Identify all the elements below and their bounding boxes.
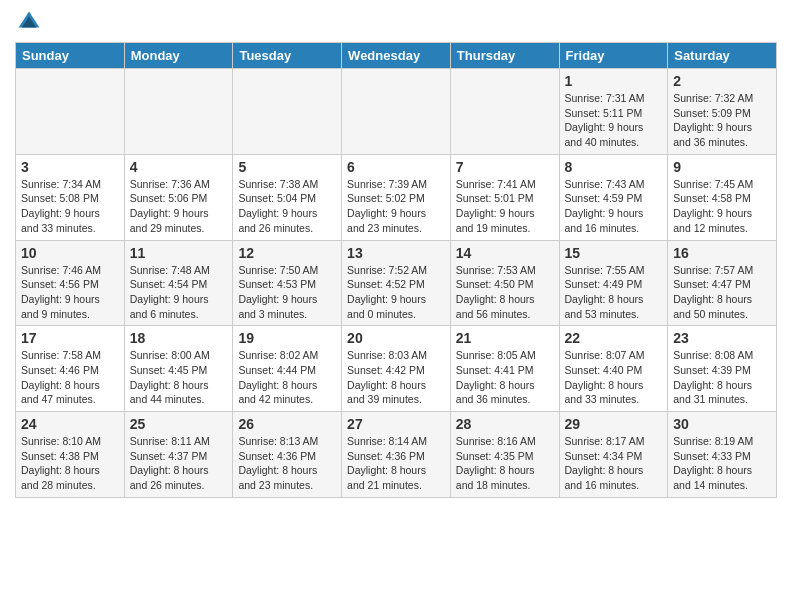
day-number: 7 xyxy=(456,159,554,175)
day-info: Sunrise: 7:45 AM Sunset: 4:58 PM Dayligh… xyxy=(673,177,771,236)
day-number: 23 xyxy=(673,330,771,346)
day-info: Sunrise: 7:36 AM Sunset: 5:06 PM Dayligh… xyxy=(130,177,228,236)
col-header-thursday: Thursday xyxy=(450,43,559,69)
day-info: Sunrise: 8:13 AM Sunset: 4:36 PM Dayligh… xyxy=(238,434,336,493)
day-cell: 21Sunrise: 8:05 AM Sunset: 4:41 PM Dayli… xyxy=(450,326,559,412)
day-info: Sunrise: 7:57 AM Sunset: 4:47 PM Dayligh… xyxy=(673,263,771,322)
day-info: Sunrise: 8:17 AM Sunset: 4:34 PM Dayligh… xyxy=(565,434,663,493)
day-info: Sunrise: 8:14 AM Sunset: 4:36 PM Dayligh… xyxy=(347,434,445,493)
day-number: 14 xyxy=(456,245,554,261)
day-cell: 11Sunrise: 7:48 AM Sunset: 4:54 PM Dayli… xyxy=(124,240,233,326)
day-number: 6 xyxy=(347,159,445,175)
day-info: Sunrise: 8:10 AM Sunset: 4:38 PM Dayligh… xyxy=(21,434,119,493)
day-number: 19 xyxy=(238,330,336,346)
day-cell: 26Sunrise: 8:13 AM Sunset: 4:36 PM Dayli… xyxy=(233,412,342,498)
day-number: 8 xyxy=(565,159,663,175)
calendar-table: SundayMondayTuesdayWednesdayThursdayFrid… xyxy=(15,42,777,498)
week-row-4: 17Sunrise: 7:58 AM Sunset: 4:46 PM Dayli… xyxy=(16,326,777,412)
day-info: Sunrise: 7:39 AM Sunset: 5:02 PM Dayligh… xyxy=(347,177,445,236)
day-info: Sunrise: 7:55 AM Sunset: 4:49 PM Dayligh… xyxy=(565,263,663,322)
day-number: 17 xyxy=(21,330,119,346)
day-number: 4 xyxy=(130,159,228,175)
header xyxy=(15,10,777,34)
day-number: 20 xyxy=(347,330,445,346)
day-cell: 6Sunrise: 7:39 AM Sunset: 5:02 PM Daylig… xyxy=(342,154,451,240)
day-cell: 27Sunrise: 8:14 AM Sunset: 4:36 PM Dayli… xyxy=(342,412,451,498)
day-cell: 20Sunrise: 8:03 AM Sunset: 4:42 PM Dayli… xyxy=(342,326,451,412)
week-row-3: 10Sunrise: 7:46 AM Sunset: 4:56 PM Dayli… xyxy=(16,240,777,326)
col-header-tuesday: Tuesday xyxy=(233,43,342,69)
day-cell xyxy=(450,69,559,155)
day-info: Sunrise: 8:03 AM Sunset: 4:42 PM Dayligh… xyxy=(347,348,445,407)
day-info: Sunrise: 7:48 AM Sunset: 4:54 PM Dayligh… xyxy=(130,263,228,322)
day-number: 29 xyxy=(565,416,663,432)
day-number: 24 xyxy=(21,416,119,432)
day-cell: 25Sunrise: 8:11 AM Sunset: 4:37 PM Dayli… xyxy=(124,412,233,498)
day-number: 15 xyxy=(565,245,663,261)
day-info: Sunrise: 8:00 AM Sunset: 4:45 PM Dayligh… xyxy=(130,348,228,407)
day-info: Sunrise: 8:19 AM Sunset: 4:33 PM Dayligh… xyxy=(673,434,771,493)
day-info: Sunrise: 7:41 AM Sunset: 5:01 PM Dayligh… xyxy=(456,177,554,236)
day-number: 26 xyxy=(238,416,336,432)
week-row-1: 1Sunrise: 7:31 AM Sunset: 5:11 PM Daylig… xyxy=(16,69,777,155)
day-number: 2 xyxy=(673,73,771,89)
week-row-5: 24Sunrise: 8:10 AM Sunset: 4:38 PM Dayli… xyxy=(16,412,777,498)
day-cell: 28Sunrise: 8:16 AM Sunset: 4:35 PM Dayli… xyxy=(450,412,559,498)
day-info: Sunrise: 7:50 AM Sunset: 4:53 PM Dayligh… xyxy=(238,263,336,322)
day-info: Sunrise: 7:52 AM Sunset: 4:52 PM Dayligh… xyxy=(347,263,445,322)
day-info: Sunrise: 7:32 AM Sunset: 5:09 PM Dayligh… xyxy=(673,91,771,150)
day-number: 16 xyxy=(673,245,771,261)
day-cell: 23Sunrise: 8:08 AM Sunset: 4:39 PM Dayli… xyxy=(668,326,777,412)
day-number: 10 xyxy=(21,245,119,261)
day-cell: 10Sunrise: 7:46 AM Sunset: 4:56 PM Dayli… xyxy=(16,240,125,326)
day-number: 3 xyxy=(21,159,119,175)
day-number: 9 xyxy=(673,159,771,175)
day-number: 18 xyxy=(130,330,228,346)
day-info: Sunrise: 7:46 AM Sunset: 4:56 PM Dayligh… xyxy=(21,263,119,322)
day-cell: 24Sunrise: 8:10 AM Sunset: 4:38 PM Dayli… xyxy=(16,412,125,498)
day-info: Sunrise: 8:08 AM Sunset: 4:39 PM Dayligh… xyxy=(673,348,771,407)
day-number: 27 xyxy=(347,416,445,432)
day-cell: 13Sunrise: 7:52 AM Sunset: 4:52 PM Dayli… xyxy=(342,240,451,326)
day-info: Sunrise: 8:11 AM Sunset: 4:37 PM Dayligh… xyxy=(130,434,228,493)
day-cell: 17Sunrise: 7:58 AM Sunset: 4:46 PM Dayli… xyxy=(16,326,125,412)
col-header-friday: Friday xyxy=(559,43,668,69)
day-info: Sunrise: 8:07 AM Sunset: 4:40 PM Dayligh… xyxy=(565,348,663,407)
day-number: 25 xyxy=(130,416,228,432)
day-info: Sunrise: 7:31 AM Sunset: 5:11 PM Dayligh… xyxy=(565,91,663,150)
day-cell: 15Sunrise: 7:55 AM Sunset: 4:49 PM Dayli… xyxy=(559,240,668,326)
day-cell: 16Sunrise: 7:57 AM Sunset: 4:47 PM Dayli… xyxy=(668,240,777,326)
col-header-sunday: Sunday xyxy=(16,43,125,69)
day-cell xyxy=(233,69,342,155)
logo xyxy=(15,10,41,34)
week-row-2: 3Sunrise: 7:34 AM Sunset: 5:08 PM Daylig… xyxy=(16,154,777,240)
day-info: Sunrise: 8:02 AM Sunset: 4:44 PM Dayligh… xyxy=(238,348,336,407)
day-cell: 18Sunrise: 8:00 AM Sunset: 4:45 PM Dayli… xyxy=(124,326,233,412)
day-cell xyxy=(124,69,233,155)
day-cell: 1Sunrise: 7:31 AM Sunset: 5:11 PM Daylig… xyxy=(559,69,668,155)
day-number: 11 xyxy=(130,245,228,261)
day-cell: 7Sunrise: 7:41 AM Sunset: 5:01 PM Daylig… xyxy=(450,154,559,240)
logo-icon xyxy=(17,10,41,34)
day-cell: 8Sunrise: 7:43 AM Sunset: 4:59 PM Daylig… xyxy=(559,154,668,240)
day-number: 28 xyxy=(456,416,554,432)
day-cell: 19Sunrise: 8:02 AM Sunset: 4:44 PM Dayli… xyxy=(233,326,342,412)
day-number: 5 xyxy=(238,159,336,175)
day-cell: 14Sunrise: 7:53 AM Sunset: 4:50 PM Dayli… xyxy=(450,240,559,326)
col-header-wednesday: Wednesday xyxy=(342,43,451,69)
day-info: Sunrise: 7:43 AM Sunset: 4:59 PM Dayligh… xyxy=(565,177,663,236)
header-row: SundayMondayTuesdayWednesdayThursdayFrid… xyxy=(16,43,777,69)
day-cell: 2Sunrise: 7:32 AM Sunset: 5:09 PM Daylig… xyxy=(668,69,777,155)
day-info: Sunrise: 8:05 AM Sunset: 4:41 PM Dayligh… xyxy=(456,348,554,407)
col-header-monday: Monday xyxy=(124,43,233,69)
day-cell xyxy=(342,69,451,155)
day-number: 30 xyxy=(673,416,771,432)
day-cell: 5Sunrise: 7:38 AM Sunset: 5:04 PM Daylig… xyxy=(233,154,342,240)
day-cell: 22Sunrise: 8:07 AM Sunset: 4:40 PM Dayli… xyxy=(559,326,668,412)
col-header-saturday: Saturday xyxy=(668,43,777,69)
day-number: 13 xyxy=(347,245,445,261)
day-cell: 12Sunrise: 7:50 AM Sunset: 4:53 PM Dayli… xyxy=(233,240,342,326)
day-cell: 3Sunrise: 7:34 AM Sunset: 5:08 PM Daylig… xyxy=(16,154,125,240)
day-cell: 4Sunrise: 7:36 AM Sunset: 5:06 PM Daylig… xyxy=(124,154,233,240)
day-info: Sunrise: 8:16 AM Sunset: 4:35 PM Dayligh… xyxy=(456,434,554,493)
